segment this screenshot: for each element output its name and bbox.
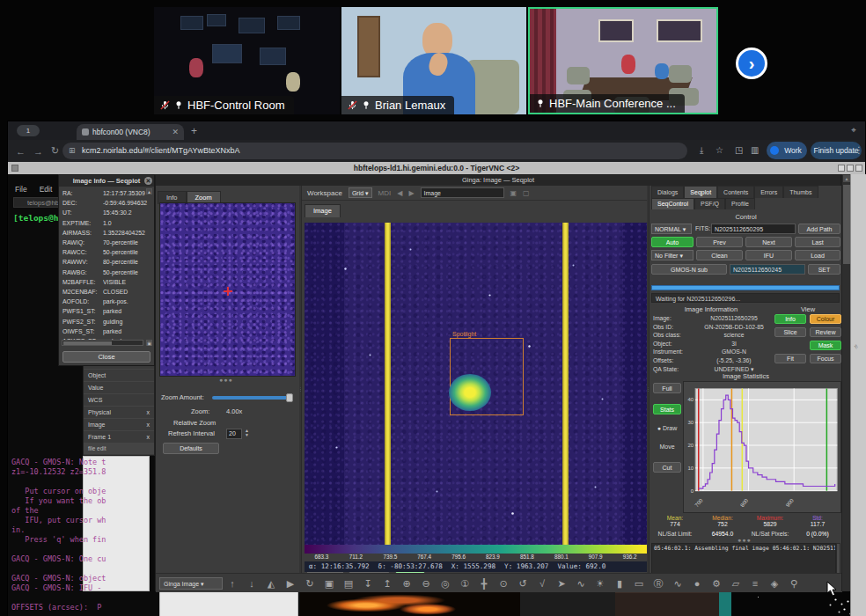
view-button-info[interactable]: Info: [774, 314, 806, 324]
swap-axes-icon[interactable]: ↻: [300, 575, 319, 592]
forward-icon[interactable]: →: [33, 146, 43, 157]
stats-full-button[interactable]: Full: [653, 383, 681, 393]
next-workspace-icon[interactable]: ▶: [408, 189, 414, 197]
flip-horizontal-icon[interactable]: ◭: [261, 575, 281, 592]
tab-seqplot[interactable]: Seqplot: [684, 186, 717, 198]
subtab-profile[interactable]: Profile: [725, 198, 755, 209]
browser-tab[interactable]: hbfcon00 (VNC8) ✕: [77, 124, 184, 140]
next-participants-button[interactable]: ›: [736, 48, 767, 79]
zoom-in-icon[interactable]: ⊕: [397, 575, 416, 592]
tab-errors[interactable]: Errors: [754, 186, 783, 198]
stats-move-button[interactable]: Move: [653, 444, 681, 450]
add-path-button[interactable]: Add Path: [798, 224, 840, 234]
nav-down-icon[interactable]: ↓: [242, 575, 261, 592]
folder-icon[interactable]: ▱: [726, 575, 745, 592]
tab-close-icon[interactable]: ✕: [172, 128, 179, 136]
ifu-button[interactable]: IFU: [745, 250, 792, 260]
pan-icon[interactable]: ╋: [474, 575, 494, 592]
view-button-colour[interactable]: Colour: [810, 314, 841, 324]
brightness-icon[interactable]: ☀: [591, 575, 610, 592]
zoom-fit-icon[interactable]: ◎: [436, 575, 455, 592]
profile-button[interactable]: Work: [767, 142, 807, 159]
dialog-titlebar[interactable]: Image Info — Seqplot ✕: [59, 175, 154, 187]
view-button-slice[interactable]: Slice: [774, 327, 806, 337]
save-region-icon[interactable]: ▤: [339, 575, 358, 592]
image-canvas[interactable]: Spotlight: [305, 223, 647, 545]
reload-icon[interactable]: ↻: [51, 145, 59, 157]
scroll-up-icon[interactable]: ▲: [146, 188, 152, 194]
video-tile-brian[interactable]: Brian Lemaux: [341, 7, 526, 114]
distribution-icon[interactable]: ∿: [571, 575, 591, 592]
screen-icon[interactable]: ▭: [629, 575, 649, 592]
settings-icon[interactable]: ⚙: [707, 575, 726, 592]
resize-handle-icon[interactable]: ●●●: [219, 377, 233, 383]
set-button[interactable]: SET: [808, 264, 840, 275]
colorbar[interactable]: [305, 545, 647, 554]
dialog-close-icon[interactable]: ✕: [144, 177, 152, 185]
defaults-button[interactable]: Defaults: [163, 443, 219, 454]
browser-menu-icon[interactable]: ⋮: [855, 145, 863, 155]
workspace-type-dropdown[interactable]: Grid ▾: [349, 187, 372, 198]
inspect-icon[interactable]: ⚲: [784, 575, 804, 592]
layers-icon[interactable]: ≡: [745, 575, 765, 592]
vnc-titlebar[interactable]: hbftelops-ld1.hi.gemini.edu:0.0 - TigerV…: [8, 162, 865, 174]
prev-workspace-icon[interactable]: ◀: [397, 189, 402, 197]
histogram-panel[interactable]: 010203040700800900: [683, 381, 841, 513]
zoom-actual-icon[interactable]: ①: [455, 575, 474, 592]
tab-strip-pin-icon[interactable]: ⌖: [851, 125, 856, 136]
center-icon[interactable]: ⊙: [494, 575, 513, 592]
cut-low-icon[interactable]: ↧: [358, 575, 378, 592]
next-button[interactable]: Next: [745, 237, 792, 247]
subtab-psfq[interactable]: PSF/Q: [694, 198, 725, 209]
stats-cut-button[interactable]: Cut: [653, 462, 681, 473]
tab-dialogs[interactable]: Dialogs: [651, 186, 684, 198]
resize-handle-icon[interactable]: ●●●: [738, 537, 752, 543]
view-button-focus[interactable]: Focus: [810, 354, 841, 363]
relative-zoom-label[interactable]: Relative Zoom: [173, 419, 216, 427]
refresh-interval-spinner[interactable]: 20 ▲▼: [226, 429, 242, 439]
dialog-hscrollbar[interactable]: [62, 340, 143, 346]
stats-stats-button[interactable]: Stats: [653, 404, 681, 414]
resize-grip-icon[interactable]: 〃: [850, 341, 864, 355]
terminal-menu-item[interactable]: File: [15, 185, 27, 194]
tag-icon[interactable]: ◈: [765, 575, 784, 592]
site-info-icon[interactable]: ⊞: [69, 146, 76, 156]
video-tile-control-room[interactable]: HBF-Control Room: [154, 7, 340, 114]
view-button-fit[interactable]: Fit: [774, 354, 806, 363]
view-button-mask[interactable]: Mask: [810, 341, 841, 350]
save-page-icon[interactable]: ⤓: [700, 145, 703, 156]
sqrt-stretch-icon[interactable]: √: [532, 575, 552, 592]
detach-icon[interactable]: ▢: [523, 189, 530, 197]
bookmark-star-icon[interactable]: ☆: [716, 145, 723, 155]
zoom-preview[interactable]: [159, 202, 296, 377]
vertical-scrollbar[interactable]: ▲: [841, 174, 850, 591]
scroll-up-icon[interactable]: ▲: [843, 175, 850, 182]
stats-draw-button[interactable]: ● Draw: [653, 425, 681, 431]
save-image-icon[interactable]: ▣: [319, 575, 339, 592]
freepan-icon[interactable]: ➤: [552, 575, 571, 592]
load-button[interactable]: Load: [795, 250, 840, 260]
tab-counter-badge[interactable]: 1: [17, 125, 40, 136]
url-input[interactable]: ⊞ kcm2.noirlab.edu/#/client/MTgAYwBteXNx…: [62, 143, 687, 159]
sub-field[interactable]: N2025112650245: [730, 264, 805, 275]
workspace-name-field[interactable]: Image: [421, 187, 504, 198]
gmos-sub-button[interactable]: GMOS-N sub: [651, 264, 727, 275]
zoom-out-icon[interactable]: ⊖: [416, 575, 436, 592]
back-icon[interactable]: ←: [16, 146, 26, 157]
scrollbar-thumb[interactable]: [843, 185, 850, 264]
toolbar-workspace-dropdown[interactable]: Ginga Image ▾: [159, 577, 223, 590]
fits-field[interactable]: N2025112650295: [711, 224, 796, 234]
spinner-arrows-icon[interactable]: ▲▼: [245, 429, 249, 437]
last-button[interactable]: Last: [795, 237, 840, 247]
scroll-corner-icon[interactable]: ▣: [146, 340, 152, 346]
new-tab-button[interactable]: +: [191, 125, 197, 137]
side-panel-icon[interactable]: ▥: [751, 145, 759, 155]
dot-icon[interactable]: ●: [687, 575, 707, 592]
dialog-close-button[interactable]: Close: [62, 351, 150, 363]
ginga-titlebar[interactable]: Ginga: Image — Seqplot: [156, 175, 840, 186]
rotate-reset-icon[interactable]: ↺: [513, 575, 532, 592]
vnc-window-controls[interactable]: [838, 165, 862, 172]
attach-icon[interactable]: ▣: [510, 189, 517, 197]
ds9-file-tabs[interactable]: file edit: [84, 444, 154, 454]
lock-icon[interactable]: ▮: [610, 575, 629, 592]
